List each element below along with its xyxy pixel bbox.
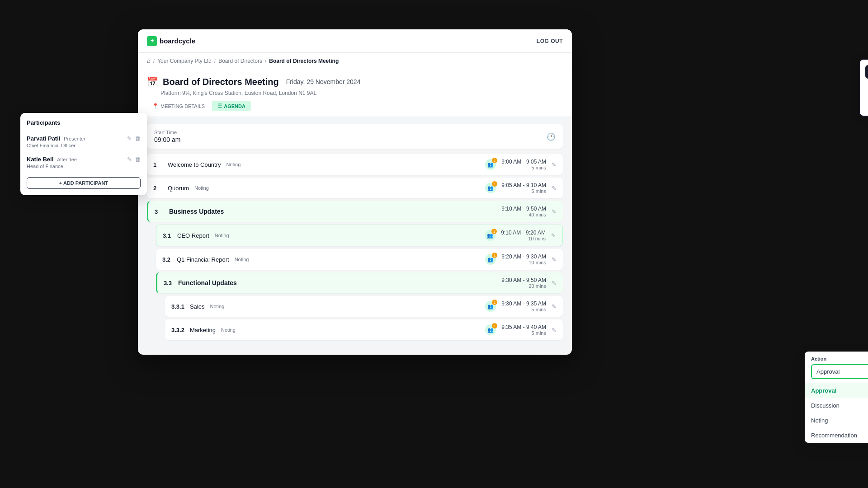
agenda-item: 3.3.2 Marketing Noting 👥1 9:35 AM - 9:40… [165, 319, 563, 340]
edit-icon[interactable]: ✎ [552, 303, 557, 310]
time-range: 9:20 AM - 9:30 AM [501, 253, 546, 260]
edit-icon[interactable]: ✎ [552, 161, 557, 168]
agenda-section: 3 Business Updates 9:10 AM - 9:50 AM 40 … [147, 201, 563, 222]
breadcrumb-board[interactable]: Board of Directors [218, 58, 262, 64]
item-number: 3 [155, 208, 164, 215]
item-number: 3.2 [162, 256, 171, 263]
edit-participant-icon[interactable]: ✎ [127, 135, 132, 142]
calendar-icon: 📅 [147, 76, 158, 87]
item-title: Q1 Financial Report [177, 256, 229, 263]
edit-icon[interactable]: ✎ [552, 185, 557, 192]
time-info: 9:30 AM - 9:50 AM 20 mins [501, 277, 546, 289]
participant-name: Parvati Patil Presenter [27, 135, 85, 142]
duration: 10 mins [501, 260, 546, 265]
participant-name: Katie Bell Attendee [27, 156, 77, 163]
tab-agenda[interactable]: ☰ AGENDA [212, 101, 251, 111]
dropdown-item-discussion[interactable]: Discussion [805, 398, 868, 413]
dropdown-item-approval[interactable]: Approval [805, 383, 868, 398]
action-select-wrapper: Approval Discussion Noting Recommendatio… [805, 364, 868, 383]
time-info: 9:20 AM - 9:30 AM 10 mins [501, 253, 546, 265]
breadcrumb-company[interactable]: Your Company Pty Ltd [157, 58, 212, 64]
item-number: 3.3.1 [171, 303, 184, 310]
app-window: ✦ boardcycle LOG OUT ⌂ / Your Company Pt… [138, 29, 572, 355]
item-title: CEO Report [177, 232, 209, 239]
item-number: 2 [153, 185, 162, 192]
agenda-item: 3.2 Q1 Financial Report Noting 👥1 9:20 A… [156, 249, 563, 270]
item-title: Marketing [190, 327, 216, 333]
agenda-section: 3.3 Functional Updates 9:30 AM - 9:50 AM… [156, 272, 563, 293]
content-area: 📅 Board of Directors Meeting Friday, 29 … [138, 69, 572, 349]
meeting-header: 📅 Board of Directors Meeting Friday, 29 … [138, 69, 572, 117]
participants-title: Participants [27, 119, 141, 126]
time-range: 9:30 AM - 9:35 AM [501, 300, 546, 307]
location-icon: 📍 [152, 103, 159, 109]
screen-wrapper: Participants Parvati Patil Presenter Chi… [0, 0, 868, 488]
delete-participant-icon[interactable]: 🗑 [135, 135, 141, 142]
dropdown-item-noting[interactable]: Noting [805, 413, 868, 428]
time-range: 9:00 AM - 9:05 AM [501, 159, 546, 165]
edit-icon[interactable]: ✎ [552, 327, 557, 333]
section-title: Business Updates [169, 208, 224, 215]
edit-icon[interactable]: ✎ [551, 232, 556, 239]
participant-icon: 👥1 [485, 301, 496, 312]
agenda-content: Start Time 09:00 am 🕐 1 Welcome to Count… [138, 117, 572, 349]
participant-row: Parvati Patil Presenter Chief Financial … [27, 131, 141, 152]
edit-participant-icon[interactable]: ✎ [127, 156, 132, 163]
participant-info: Katie Bell Attendee Head of Finance [27, 156, 77, 169]
agenda-icon: ☰ [217, 103, 222, 109]
logo: ✦ boardcycle [147, 36, 195, 46]
export-button[interactable]: 📋 EXPORT ▼ [865, 65, 868, 79]
export-panel: 📋 EXPORT ▼ ☰ Agenda 📄 Shell Minutes [859, 59, 868, 117]
duration: 40 mins [501, 212, 546, 217]
agenda-item: 2 Quorum Noting 👥1 9:05 AM - 9:10 AM 5 m… [147, 178, 563, 198]
item-title: Quorum [168, 185, 189, 192]
action-select[interactable]: Approval Discussion Noting Recommendatio… [811, 364, 868, 379]
participant-icon: 👥1 [485, 159, 496, 170]
agenda-item: 3.3.1 Sales Noting 👥1 9:30 AM - 9:35 AM … [165, 296, 563, 317]
item-type: Noting [210, 304, 224, 309]
edit-icon[interactable]: ✎ [552, 208, 557, 215]
start-time-label: Start Time [154, 130, 180, 135]
tabs-row: 📍 MEETING DETAILS ☰ AGENDA [147, 101, 563, 111]
meeting-title-row: 📅 Board of Directors Meeting Friday, 29 … [147, 76, 563, 87]
time-info: 9:05 AM - 9:10 AM 5 mins [501, 182, 546, 194]
item-number: 3.3 [164, 280, 173, 286]
item-number: 3.3.2 [171, 327, 184, 333]
time-info: 9:30 AM - 9:35 AM 5 mins [501, 300, 546, 312]
participant-icon: 👥1 [485, 254, 496, 265]
agenda-item: 1 Welcome to Country Noting 👥1 9:00 AM -… [147, 154, 563, 175]
time-info: 9:10 AM - 9:20 AM 10 mins [501, 230, 546, 241]
breadcrumb-current: Board of Directors Meeting [269, 58, 339, 64]
duration: 5 mins [501, 307, 546, 312]
item-type: Noting [215, 233, 229, 238]
time-range: 9:10 AM - 9:20 AM [501, 230, 546, 236]
item-title: Welcome to Country [168, 161, 221, 168]
dropdown-item-recommendation[interactable]: Recommendation [805, 428, 868, 443]
home-icon[interactable]: ⌂ [147, 57, 151, 64]
duration: 5 mins [501, 165, 546, 170]
meeting-date: Friday, 29 November 2024 [286, 78, 361, 85]
logo-icon: ✦ [147, 36, 157, 46]
tab-meeting-details[interactable]: 📍 MEETING DETAILS [147, 101, 210, 111]
start-time-value: 09:00 am [154, 136, 180, 143]
meeting-title: Board of Directors Meeting [163, 77, 279, 87]
time-info: 9:35 AM - 9:40 AM 5 mins [501, 324, 546, 336]
add-participant-button[interactable]: + ADD PARTICIPANT [27, 177, 141, 189]
export-agenda-option[interactable]: ☰ Agenda [865, 82, 868, 96]
item-number: 1 [153, 161, 162, 168]
section-title: Functional Updates [178, 279, 237, 286]
participant-title: Head of Finance [27, 164, 77, 169]
item-type: Noting [235, 257, 249, 262]
delete-participant-icon[interactable]: 🗑 [135, 156, 141, 163]
edit-icon[interactable]: ✎ [552, 256, 557, 263]
item-type: Noting [194, 185, 209, 191]
action-dropdown: Action Approval Discussion Noting Recomm… [805, 352, 868, 443]
logout-button[interactable]: LOG OUT [537, 38, 563, 44]
action-dropdown-header: Action [805, 352, 868, 364]
time-info: 9:00 AM - 9:05 AM 5 mins [501, 159, 546, 170]
participant-title: Chief Financial Officer [27, 143, 85, 148]
participant-actions: ✎ 🗑 [127, 156, 141, 163]
export-shell-minutes-option[interactable]: 📄 Shell Minutes [865, 96, 868, 110]
edit-icon[interactable]: ✎ [552, 280, 557, 286]
breadcrumb: ⌂ / Your Company Pty Ltd / Board of Dire… [138, 53, 572, 69]
